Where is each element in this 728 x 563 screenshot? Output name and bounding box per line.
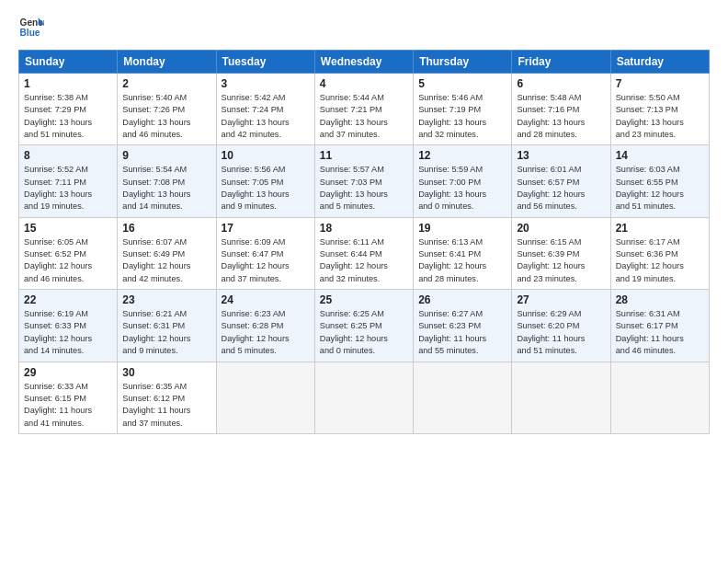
day-number: 2 [122,77,210,90]
calendar-cell: 6Sunrise: 5:48 AMSunset: 7:16 PMDaylight… [512,74,610,145]
day-number: 28 [616,293,704,306]
logo: General Blue [18,15,48,40]
day-number: 17 [222,222,310,235]
weekday-header-wednesday: Wednesday [314,51,413,74]
calendar-cell: 11Sunrise: 5:57 AMSunset: 7:03 PMDayligh… [314,145,413,217]
day-number: 12 [418,149,506,162]
day-number: 18 [320,222,408,235]
day-number: 11 [320,149,408,162]
day-info: Sunrise: 5:52 AMSunset: 7:11 PMDaylight:… [24,164,112,213]
calendar-week-3: 15Sunrise: 6:05 AMSunset: 6:52 PMDayligh… [19,217,710,289]
day-number: 30 [122,366,210,379]
calendar-cell: 4Sunrise: 5:44 AMSunset: 7:21 PMDaylight… [314,74,413,145]
calendar-cell: 12Sunrise: 5:59 AMSunset: 7:00 PMDayligh… [414,145,512,217]
day-number: 15 [24,222,112,235]
day-number: 8 [24,149,112,162]
calendar-cell [314,362,413,433]
calendar-cell [414,362,512,433]
day-info: Sunrise: 5:54 AMSunset: 7:08 PMDaylight:… [122,164,210,213]
day-number: 23 [122,293,210,306]
day-info: Sunrise: 6:01 AMSunset: 6:57 PMDaylight:… [517,164,605,213]
day-number: 22 [24,293,112,306]
calendar-cell: 5Sunrise: 5:46 AMSunset: 7:19 PMDaylight… [414,74,512,145]
day-number: 13 [517,149,605,162]
calendar-week-5: 29Sunrise: 6:33 AMSunset: 6:15 PMDayligh… [19,362,710,433]
calendar-cell: 19Sunrise: 6:13 AMSunset: 6:41 PMDayligh… [414,217,512,289]
calendar-cell: 7Sunrise: 5:50 AMSunset: 7:13 PMDaylight… [610,74,709,145]
calendar-cell: 16Sunrise: 6:07 AMSunset: 6:49 PMDayligh… [118,217,216,289]
calendar-cell: 26Sunrise: 6:27 AMSunset: 6:23 PMDayligh… [414,290,512,362]
day-info: Sunrise: 6:09 AMSunset: 6:47 PMDaylight:… [222,236,310,285]
day-number: 9 [122,149,210,162]
day-number: 5 [418,77,506,90]
weekday-header-saturday: Saturday [610,51,709,74]
calendar-cell: 8Sunrise: 5:52 AMSunset: 7:11 PMDaylight… [19,145,118,217]
calendar-cell: 29Sunrise: 6:33 AMSunset: 6:15 PMDayligh… [19,362,118,433]
day-info: Sunrise: 6:33 AMSunset: 6:15 PMDaylight:… [24,381,112,430]
calendar-cell: 18Sunrise: 6:11 AMSunset: 6:44 PMDayligh… [314,217,413,289]
day-info: Sunrise: 6:27 AMSunset: 6:23 PMDaylight:… [418,308,506,357]
calendar-cell: 17Sunrise: 6:09 AMSunset: 6:47 PMDayligh… [216,217,314,289]
day-info: Sunrise: 6:21 AMSunset: 6:31 PMDaylight:… [122,308,210,357]
calendar-cell: 1Sunrise: 5:38 AMSunset: 7:29 PMDaylight… [19,74,118,145]
day-info: Sunrise: 5:44 AMSunset: 7:21 PMDaylight:… [320,92,408,141]
page: General Blue SundayMondayTuesdayWednesda… [0,0,728,563]
day-number: 4 [320,77,408,90]
day-number: 10 [222,149,310,162]
day-number: 20 [517,222,605,235]
day-info: Sunrise: 5:48 AMSunset: 7:16 PMDaylight:… [517,92,605,141]
calendar-cell: 10Sunrise: 5:56 AMSunset: 7:05 PMDayligh… [216,145,314,217]
day-info: Sunrise: 5:59 AMSunset: 7:00 PMDaylight:… [418,164,506,213]
day-info: Sunrise: 5:42 AMSunset: 7:24 PMDaylight:… [222,92,310,141]
calendar-cell: 24Sunrise: 6:23 AMSunset: 6:28 PMDayligh… [216,290,314,362]
weekday-header-sunday: Sunday [19,51,118,74]
weekday-header-monday: Monday [118,51,216,74]
day-info: Sunrise: 6:11 AMSunset: 6:44 PMDaylight:… [320,236,408,285]
weekday-header-tuesday: Tuesday [216,51,314,74]
calendar-cell [610,362,709,433]
day-number: 24 [222,293,310,306]
calendar-week-2: 8Sunrise: 5:52 AMSunset: 7:11 PMDaylight… [19,145,710,217]
day-info: Sunrise: 6:25 AMSunset: 6:25 PMDaylight:… [320,308,408,357]
day-info: Sunrise: 6:03 AMSunset: 6:55 PMDaylight:… [616,164,704,213]
day-info: Sunrise: 6:05 AMSunset: 6:52 PMDaylight:… [24,236,112,285]
day-info: Sunrise: 6:35 AMSunset: 6:12 PMDaylight:… [122,381,210,430]
calendar-cell: 28Sunrise: 6:31 AMSunset: 6:17 PMDayligh… [610,290,709,362]
day-info: Sunrise: 5:50 AMSunset: 7:13 PMDaylight:… [616,92,704,141]
calendar-week-1: 1Sunrise: 5:38 AMSunset: 7:29 PMDaylight… [19,74,710,145]
day-info: Sunrise: 5:40 AMSunset: 7:26 PMDaylight:… [122,92,210,141]
calendar-cell: 30Sunrise: 6:35 AMSunset: 6:12 PMDayligh… [118,362,216,433]
day-info: Sunrise: 6:15 AMSunset: 6:39 PMDaylight:… [517,236,605,285]
day-number: 16 [122,222,210,235]
logo-icon: General Blue [18,15,44,40]
day-number: 3 [222,77,310,90]
weekday-header-friday: Friday [512,51,610,74]
calendar-cell: 14Sunrise: 6:03 AMSunset: 6:55 PMDayligh… [610,145,709,217]
day-info: Sunrise: 6:23 AMSunset: 6:28 PMDaylight:… [222,308,310,357]
day-info: Sunrise: 6:07 AMSunset: 6:49 PMDaylight:… [122,236,210,285]
day-number: 19 [418,222,506,235]
day-info: Sunrise: 6:31 AMSunset: 6:17 PMDaylight:… [616,308,704,357]
day-info: Sunrise: 5:57 AMSunset: 7:03 PMDaylight:… [320,164,408,213]
svg-text:Blue: Blue [20,28,40,38]
calendar-cell: 9Sunrise: 5:54 AMSunset: 7:08 PMDaylight… [118,145,216,217]
day-number: 14 [616,149,704,162]
calendar-cell: 23Sunrise: 6:21 AMSunset: 6:31 PMDayligh… [118,290,216,362]
day-info: Sunrise: 5:46 AMSunset: 7:19 PMDaylight:… [418,92,506,141]
calendar-cell: 15Sunrise: 6:05 AMSunset: 6:52 PMDayligh… [19,217,118,289]
day-info: Sunrise: 5:56 AMSunset: 7:05 PMDaylight:… [222,164,310,213]
calendar-cell: 13Sunrise: 6:01 AMSunset: 6:57 PMDayligh… [512,145,610,217]
day-number: 7 [616,77,704,90]
day-info: Sunrise: 5:38 AMSunset: 7:29 PMDaylight:… [24,92,112,141]
header: General Blue [18,15,710,40]
calendar-cell: 3Sunrise: 5:42 AMSunset: 7:24 PMDaylight… [216,74,314,145]
calendar-cell [216,362,314,433]
calendar-cell: 2Sunrise: 5:40 AMSunset: 7:26 PMDaylight… [118,74,216,145]
day-number: 1 [24,77,112,90]
calendar-cell: 25Sunrise: 6:25 AMSunset: 6:25 PMDayligh… [314,290,413,362]
day-number: 25 [320,293,408,306]
weekday-header-thursday: Thursday [414,51,512,74]
calendar: SundayMondayTuesdayWednesdayThursdayFrid… [18,50,710,434]
calendar-cell [512,362,610,433]
day-info: Sunrise: 6:17 AMSunset: 6:36 PMDaylight:… [616,236,704,285]
